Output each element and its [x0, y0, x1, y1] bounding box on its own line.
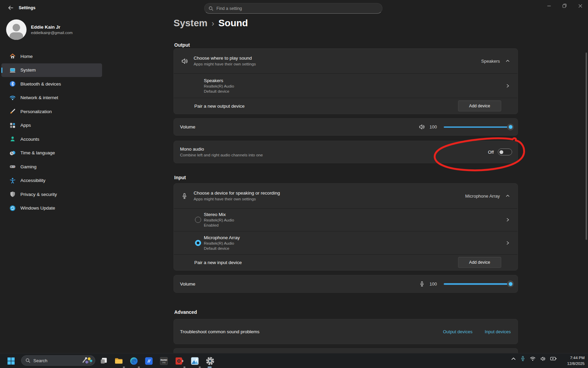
input-device-row-stereo-mix[interactable]: Stereo Mix Realtek(R) Audio Enabled	[174, 208, 518, 231]
toggle-knob	[500, 150, 503, 154]
restore-button[interactable]	[557, 0, 572, 12]
device-status: Enabled	[204, 223, 234, 228]
device-vendor: Realtek(R) Audio	[204, 241, 240, 246]
device-name: Microphone Array	[204, 235, 240, 240]
output-volume-slider[interactable]	[444, 124, 511, 131]
input-expander[interactable]: Choose a device for speaking or recordin…	[174, 184, 518, 208]
svg-text:ONE: ONE	[162, 362, 165, 363]
search-input[interactable]	[216, 6, 378, 11]
tray-time: 7:44 PM	[567, 355, 585, 361]
user-name: Eddie Kain Jr	[31, 25, 72, 30]
mono-audio-state: Off	[488, 150, 494, 155]
device-status: Default device	[204, 246, 240, 251]
red-app-button[interactable]	[174, 356, 184, 366]
chevron-up-icon	[505, 59, 510, 63]
sidebar-item-accounts[interactable]: Accounts	[1, 132, 102, 146]
input-devices-link[interactable]: Input devices	[485, 329, 511, 334]
back-arrow-icon	[8, 5, 14, 11]
find-setting-search[interactable]	[204, 3, 382, 14]
troubleshoot-card: Troubleshoot common sound problems Outpu…	[174, 319, 518, 344]
settings-app-button[interactable]	[205, 356, 215, 366]
radio-unselected[interactable]	[195, 217, 201, 223]
sidebar-item-windows-update[interactable]: Windows Update	[1, 201, 102, 215]
sidebar-item-home[interactable]: Home	[1, 49, 102, 63]
tray-chevron-up-icon[interactable]	[511, 356, 516, 361]
mono-audio-card: Mono audio Combine left and right audio …	[174, 141, 518, 163]
account-summary[interactable]: Eddie Kain Jr eddielkainjr@gmail.com	[6, 19, 72, 40]
sidebar-item-accessibility[interactable]: Accessibility	[1, 174, 102, 187]
rand-one-button[interactable]: RANDONE	[159, 356, 169, 366]
breadcrumb-separator: ›	[212, 18, 214, 28]
output-device-name: Speakers	[204, 78, 234, 83]
tray-wifi-icon[interactable]	[530, 356, 536, 361]
input-device-row-microphone-array[interactable]: Microphone Array Realtek(R) Audio Defaul…	[174, 231, 518, 254]
output-device-vendor: Realtek(R) Audio	[204, 84, 234, 89]
edge-browser-button[interactable]	[129, 356, 139, 366]
output-device-status: Default device	[204, 89, 234, 94]
search-icon	[209, 6, 213, 11]
sidebar-item-privacy-security[interactable]: Privacy & security	[1, 187, 102, 201]
add-output-device-button[interactable]: Add device	[458, 101, 501, 111]
slashes-app-icon: //	[145, 357, 153, 365]
gear-icon	[205, 356, 215, 366]
rand-one-icon: RANDONE	[160, 357, 168, 365]
photos-icon	[191, 357, 199, 365]
mono-audio-title: Mono audio	[180, 147, 263, 152]
slider-thumb[interactable]	[507, 280, 514, 287]
chevron-up-icon	[505, 194, 510, 198]
taskbar-search[interactable]: Search	[21, 355, 95, 366]
system-tray	[511, 356, 557, 362]
output-devices-link[interactable]: Output devices	[443, 329, 473, 334]
radio-selected[interactable]	[195, 240, 201, 246]
chevron-right-icon	[505, 241, 510, 245]
wifi-icon	[10, 95, 16, 101]
chevron-right-icon	[505, 217, 510, 222]
mono-audio-toggle[interactable]	[498, 149, 512, 155]
minimize-button[interactable]	[541, 0, 557, 12]
scrollbar[interactable]	[586, 52, 587, 240]
photos-button[interactable]	[190, 356, 200, 366]
file-explorer-button[interactable]	[114, 356, 124, 366]
sidebar-item-gaming[interactable]: Gaming	[1, 160, 102, 173]
svg-text:RAND: RAND	[160, 358, 167, 361]
back-button[interactable]	[5, 3, 16, 13]
input-volume-slider[interactable]	[444, 280, 511, 287]
sidebar-item-system[interactable]: System	[1, 63, 102, 77]
start-button[interactable]	[6, 356, 16, 366]
sidebar-item-bluetooth-devices[interactable]: Bluetooth & devices	[1, 77, 102, 91]
add-input-device-button[interactable]: Add device	[458, 257, 501, 268]
sidebar-item-apps[interactable]: Apps	[1, 119, 102, 132]
sidebar-item-time-language[interactable]: Time & language	[1, 146, 102, 160]
taskview-button[interactable]	[99, 356, 109, 366]
output-section-label: Output	[174, 42, 190, 48]
breadcrumb: System › Sound	[174, 18, 248, 29]
output-device-row[interactable]: Speakers Realtek(R) Audio Default device	[174, 73, 518, 98]
slider-thumb[interactable]	[507, 124, 514, 131]
device-name: Stereo Mix	[204, 212, 234, 217]
edge-icon	[130, 357, 138, 365]
gamepad-icon	[10, 164, 16, 170]
output-pair-row: Pair a new output device Add device	[174, 98, 518, 114]
output-expander-title: Choose where to play sound	[194, 56, 256, 61]
system-icon	[10, 67, 16, 73]
input-card: Choose a device for speaking or recordin…	[174, 183, 518, 271]
shield-icon	[10, 191, 16, 197]
tray-speaker-icon[interactable]	[540, 356, 546, 362]
tray-microphone-icon[interactable]	[520, 356, 525, 362]
tray-battery-icon[interactable]	[550, 356, 557, 361]
input-pair-label: Pair a new input device	[194, 260, 242, 265]
user-email: eddielkainjr@gmail.com	[31, 31, 72, 35]
taskbar-clock[interactable]: 7:44 PM 12/8/2025	[567, 355, 585, 366]
chevron-right-icon	[505, 83, 510, 88]
advanced-section-label: Advanced	[174, 309, 197, 315]
microphone-icon	[419, 281, 425, 287]
input-volume-card: Volume 100	[174, 275, 518, 293]
close-button[interactable]	[572, 0, 588, 12]
output-expander[interactable]: Choose where to play sound Apps might ha…	[174, 49, 518, 73]
sidebar-item-network-internet[interactable]: Network & internet	[1, 91, 102, 105]
settings-window: Settings Eddie Kain Jr eddielkainjr@gmai…	[0, 0, 588, 368]
input-section-label: Input	[174, 175, 186, 180]
app-slashes-button[interactable]: //	[144, 356, 154, 366]
sidebar-item-personalization[interactable]: Personalization	[1, 105, 102, 118]
breadcrumb-system[interactable]: System	[174, 18, 208, 29]
